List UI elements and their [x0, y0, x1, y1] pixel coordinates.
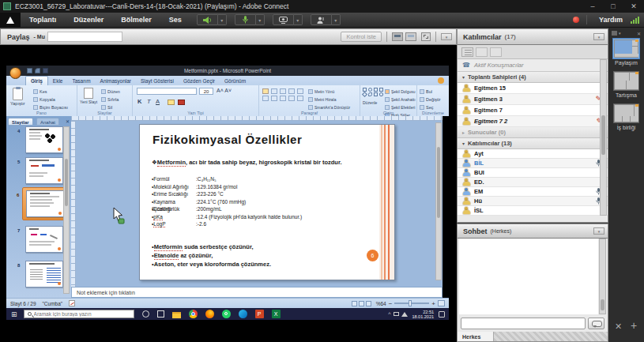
- attendee-row[interactable]: Hü: [458, 197, 608, 206]
- slide-thumbnail-5[interactable]: [25, 157, 63, 184]
- attendee-row[interactable]: Egitmen 3 ✎: [458, 94, 608, 105]
- tab-tasarim[interactable]: Tasarım: [67, 76, 95, 85]
- microphone-button[interactable]: [235, 14, 256, 25]
- help-orange-icon[interactable]: [438, 77, 444, 84]
- indent-icon[interactable]: [280, 88, 286, 94]
- notification-center-icon[interactable]: [439, 311, 445, 318]
- reset-button[interactable]: Sıfırla: [101, 96, 120, 103]
- shape-ellipse-icon[interactable]: [368, 88, 372, 92]
- office-button[interactable]: [9, 67, 21, 79]
- align-center-icon[interactable]: [271, 96, 277, 101]
- cortana-icon[interactable]: [142, 310, 149, 318]
- tab-anahat-panel[interactable]: Anahat: [36, 118, 59, 126]
- thumbnails-scrollbar[interactable]: [63, 126, 70, 294]
- align-right-icon[interactable]: [280, 96, 286, 101]
- paste-button[interactable]: Yapıştır: [10, 88, 25, 106]
- speaker-button[interactable]: [197, 14, 218, 25]
- battery-icon[interactable]: [394, 312, 399, 316]
- slide-thumbnail-4[interactable]: [25, 126, 63, 153]
- menu-duzenler[interactable]: Düzenler: [65, 13, 112, 28]
- tab-giris[interactable]: Giriş: [25, 76, 48, 85]
- active-speakers-row[interactable]: ☎ Aktif Konuşmacılar: [458, 59, 608, 72]
- undo-icon[interactable]: [35, 68, 40, 73]
- chat-scrollbar[interactable]: [599, 239, 606, 314]
- list-view-icon[interactable]: [461, 47, 473, 57]
- chat-input[interactable]: [461, 318, 586, 329]
- chat-send-button[interactable]: [588, 318, 604, 329]
- numbering-icon[interactable]: [271, 88, 277, 94]
- attendees-scrollbar[interactable]: [600, 59, 607, 216]
- menu-bolmeler[interactable]: Bölmeler: [112, 13, 160, 28]
- layout-button[interactable]: Düzen: [101, 88, 120, 95]
- strip-menu-icon[interactable]: [612, 31, 617, 36]
- align-text-button[interactable]: Metni Hizala: [308, 96, 350, 103]
- tab-gozden-gecir[interactable]: Gözden Geçir: [179, 76, 220, 85]
- strip-dropdown-icon[interactable]: ▾: [619, 31, 621, 36]
- minimize-icon[interactable]: –: [582, 2, 603, 10]
- ppt-notes-area[interactable]: Not eklemek için tıklatın: [71, 287, 443, 298]
- attendee-row[interactable]: ED.: [458, 178, 608, 187]
- zoom-slider[interactable]: [394, 303, 429, 304]
- spellcheck-icon[interactable]: [69, 300, 75, 306]
- redo-icon[interactable]: [43, 68, 48, 73]
- screen-view-icon[interactable]: [392, 32, 403, 41]
- whatsapp-icon[interactable]: [222, 310, 231, 318]
- justify-icon[interactable]: [288, 96, 295, 101]
- attendee-row[interactable]: BİL: [458, 159, 608, 168]
- columns-icon[interactable]: [297, 96, 303, 101]
- request-control-button[interactable]: Kontrol iste: [341, 32, 382, 42]
- attendees-pod-menu-icon[interactable]: ▾: [593, 33, 604, 40]
- layout-item-tartisma[interactable]: Tartışma: [608, 71, 644, 98]
- chrome-icon[interactable]: [189, 310, 198, 318]
- attendee-row[interactable]: İSL: [458, 206, 608, 216]
- font-color-icon[interactable]: [178, 100, 185, 105]
- webcam-dropdown[interactable]: ▾: [294, 14, 303, 25]
- slide-sorter-icon[interactable]: [359, 301, 364, 306]
- microphone-dropdown[interactable]: ▾: [256, 14, 265, 25]
- search-input[interactable]: [34, 311, 127, 317]
- chat-messages-area[interactable]: [459, 239, 598, 314]
- edge-icon[interactable]: [239, 310, 247, 318]
- shape-line-icon[interactable]: [374, 88, 378, 92]
- attendee-row[interactable]: Egitmen 7: [458, 105, 608, 116]
- attendee-row[interactable]: EM: [458, 187, 608, 197]
- slide-thumbnail-6-selected[interactable]: [26, 190, 64, 217]
- smartart-button[interactable]: SmartArt'a Dönüştür: [308, 103, 350, 111]
- network-icon[interactable]: [401, 312, 408, 317]
- slide-thumbnail-7[interactable]: [25, 226, 63, 253]
- grow-shrink-font-icons[interactable]: A˄ A˅: [217, 88, 232, 93]
- select-button[interactable]: Seç: [420, 103, 441, 111]
- screen-fit-icon[interactable]: [405, 32, 416, 41]
- shape-arrow-icon[interactable]: [379, 88, 383, 92]
- zoom-out-icon[interactable]: −: [389, 300, 393, 307]
- raise-hand-dropdown[interactable]: ▾: [332, 14, 341, 25]
- presenters-section-header[interactable]: ▸ Sunucular (0): [458, 127, 608, 138]
- highlight-color-icon[interactable]: [168, 100, 175, 105]
- tab-animasyonlar[interactable]: Animasyonlar: [96, 76, 136, 85]
- cut-button[interactable]: Kes: [33, 88, 68, 95]
- slide-canvas[interactable]: Fizikokimyasal Özellikler ❖Metformin, ac…: [139, 124, 395, 280]
- bold-button[interactable]: K: [137, 98, 141, 105]
- shape-star-icon[interactable]: [374, 92, 378, 96]
- sort-view-icon[interactable]: [490, 47, 502, 57]
- shape-effects-button[interactable]: Şekil Efektleri: [385, 103, 416, 111]
- underline-button[interactable]: A: [156, 98, 160, 105]
- start-button[interactable]: ⊞: [11, 310, 17, 318]
- font-size-select[interactable]: 20: [199, 88, 213, 95]
- share-pod-menu-icon[interactable]: ▾: [441, 33, 452, 40]
- fit-to-window-icon[interactable]: [438, 300, 445, 306]
- save-icon[interactable]: [27, 68, 32, 73]
- chat-tab-herkes[interactable]: Herkes: [458, 332, 494, 341]
- format-painter-button[interactable]: Biçim Boyacısı: [33, 103, 68, 111]
- powerpoint-icon[interactable]: P: [255, 310, 264, 318]
- file-explorer-icon[interactable]: [172, 312, 181, 318]
- panel-close-icon[interactable]: ✕: [66, 118, 70, 124]
- fullscreen-icon[interactable]: [421, 32, 431, 41]
- font-name-select[interactable]: [137, 88, 197, 95]
- copy-button[interactable]: Kopyala: [33, 96, 68, 103]
- taskbar-clock[interactable]: 22:51 18.01.2021: [412, 310, 434, 319]
- tab-ekle[interactable]: Ekle: [48, 76, 68, 85]
- text-direction-button[interactable]: Metin Yönü: [308, 88, 350, 95]
- shape-callout-icon[interactable]: [368, 92, 372, 96]
- close-icon[interactable]: ✕: [623, 2, 644, 10]
